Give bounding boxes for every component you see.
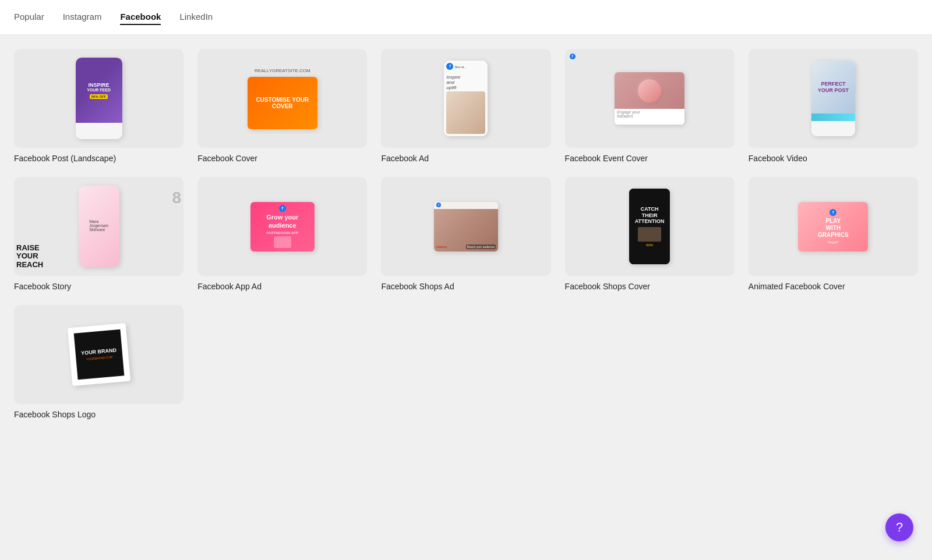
label-fb-ad: Facebook Ad [381,154,550,163]
card-fb-shops-ad[interactable]: f natura Reach your audience [381,177,550,291]
card-fb-cover[interactable]: REALLYGREATSITE.COM CUSTOMISE YOUR COVER… [197,49,367,163]
label-fb-event-cover: Facebook Event Cover [565,154,735,163]
card-fb-post-landscape[interactable]: INSPIRE YOUR FEED 60% OFF Facebook Post … [14,49,183,163]
tab-instagram[interactable]: Instagram [63,9,102,25]
label-fb-cover: Facebook Cover [197,154,367,163]
card-fb-event-cover[interactable]: Engage yourfollowers f Facebook Event Co… [565,49,735,163]
card-fb-ad[interactable]: f New at... Inspireanduplift Facebook Ad [381,49,550,163]
card-fb-shops-logo[interactable]: YOUR BRAND YOURBRAND.COM Facebook Shops … [14,305,183,419]
help-button[interactable]: ? [885,513,913,541]
tab-linkedin[interactable]: LinkedIn [179,9,213,25]
thumb-fb-event-cover: Engage yourfollowers f [565,49,735,148]
template-grid-row2: MaraJorgensenSkincare 8 RAISEYOURREACH F… [14,177,918,291]
tab-popular[interactable]: Popular [14,9,44,25]
thumb-fb-video: PERFECTYOUR POST [749,49,918,148]
label-fb-story: Facebook Story [14,282,183,291]
thumb-fb-cover: REALLYGREATSITE.COM CUSTOMISE YOUR COVER [197,49,367,148]
card-fb-video[interactable]: PERFECTYOUR POST Facebook Video [749,49,918,163]
thumb-fb-post-landscape: INSPIRE YOUR FEED 60% OFF [14,49,183,148]
card-fb-app-ad[interactable]: f Grow youraudience PARTNERADS APP Faceb… [197,177,367,291]
help-icon: ? [896,520,903,535]
card-fb-story[interactable]: MaraJorgensenSkincare 8 RAISEYOURREACH F… [14,177,183,291]
card-animated-fb-cover[interactable]: f PLAYWITHGRAPHICS freyja* Animated Face… [749,177,918,291]
label-fb-video: Facebook Video [749,154,918,163]
label-fb-shops-ad: Facebook Shops Ad [381,282,550,291]
tab-facebook[interactable]: Facebook [120,9,161,25]
thumb-animated-fb-cover: f PLAYWITHGRAPHICS freyja* [749,177,918,276]
thumb-fb-shops-cover: CATCHTHEIRATTENTION 60% [565,177,735,276]
label-fb-app-ad: Facebook App Ad [197,282,367,291]
main-content: INSPIRE YOUR FEED 60% OFF Facebook Post … [0,35,932,447]
top-navigation: Popular Instagram Facebook LinkedIn [0,0,932,35]
thumb-fb-shops-ad: f natura Reach your audience [381,177,550,276]
thumb-fb-ad: f New at... Inspireanduplift [381,49,550,148]
thumb-fb-story: MaraJorgensenSkincare 8 RAISEYOURREACH [14,177,183,276]
label-animated-fb-cover: Animated Facebook Cover [749,282,918,291]
template-grid-row1: INSPIRE YOUR FEED 60% OFF Facebook Post … [14,49,918,163]
card-fb-shops-cover[interactable]: CATCHTHEIRATTENTION 60% Facebook Shops C… [565,177,735,291]
label-fb-shops-cover: Facebook Shops Cover [565,282,735,291]
template-grid-row3: YOUR BRAND YOURBRAND.COM Facebook Shops … [14,305,918,419]
thumb-fb-app-ad: f Grow youraudience PARTNERADS APP [197,177,367,276]
label-fb-post-landscape: Facebook Post (Landscape) [14,154,183,163]
label-fb-shops-logo: Facebook Shops Logo [14,410,183,419]
thumb-fb-shops-logo: YOUR BRAND YOURBRAND.COM [14,305,183,404]
